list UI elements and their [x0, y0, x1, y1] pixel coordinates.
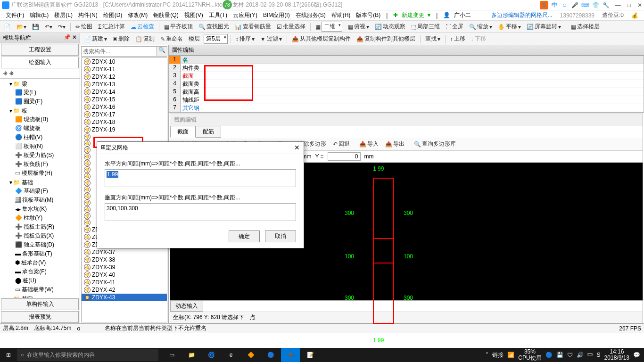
start-button[interactable]: ⊞	[0, 352, 17, 358]
menu-modify[interactable]: 修改(M)	[126, 10, 149, 20]
undo-polygon-button[interactable]: ↶ 回退	[331, 139, 352, 149]
list-item[interactable]: ZDYX-11	[82, 66, 167, 73]
keyboard-icon[interactable]: ⌨	[581, 1, 590, 9]
pan-button[interactable]: ✋ 平移 ▾	[496, 22, 523, 32]
h-spacing-input[interactable]: 1,99	[105, 169, 296, 187]
list-item[interactable]: ZDYX-43	[82, 294, 167, 301]
list-item[interactable]: ZDYX-16	[82, 103, 167, 111]
new-component-button[interactable]: 📄 新建 ▾	[82, 34, 109, 44]
action-center-icon[interactable]: 💬	[633, 352, 640, 358]
search-box[interactable]: 🔍	[81, 46, 167, 57]
search-go-button[interactable]: 🔍	[157, 47, 167, 56]
list-item[interactable]: ZDYX-38	[82, 256, 167, 263]
floor-combo[interactable]: 第5层	[204, 34, 228, 44]
import-button[interactable]: 📥 导入	[357, 139, 380, 149]
copy-to-floor-button[interactable]: 📤 复制构件到其他楼层	[355, 34, 417, 44]
skin-icon[interactable]: 👕	[592, 1, 600, 9]
dynamic-view-button[interactable]: 🔄 动态观察	[373, 22, 407, 32]
select-floor-button[interactable]: ▦ 选择楼层	[569, 22, 602, 32]
system-clock[interactable]: 14:162018/9/13	[604, 349, 629, 361]
close-button[interactable]: ✕	[637, 2, 642, 8]
undo-button[interactable]: ↶▾	[43, 23, 54, 31]
top-view-button[interactable]: ▦ 俯视 ▾	[346, 22, 371, 32]
menu-view[interactable]: 视图(V)	[182, 10, 205, 20]
redo-button[interactable]: ↷▾	[56, 23, 67, 31]
sort-button[interactable]: ↕ 排序 ▾	[234, 34, 256, 44]
list-item[interactable]: ZDYX-41	[82, 279, 167, 286]
menu-file[interactable]: 文件(F)	[4, 10, 26, 20]
ime-button[interactable]: 中	[587, 351, 593, 359]
mic-icon[interactable]: 🎤	[571, 1, 579, 9]
copy-from-floor-button[interactable]: 📥 从其他楼层复制构件	[290, 34, 353, 44]
list-item[interactable]: ZDYX-14	[82, 88, 167, 96]
menu-bim[interactable]: BIM应用(I)	[261, 10, 292, 20]
view-rebar-button[interactable]: 📊 查看钢筋量	[233, 22, 273, 32]
v-spacing-input[interactable]: 300,100,300	[105, 203, 296, 221]
menu-component[interactable]: 构件(N)	[76, 10, 99, 20]
y-input[interactable]	[328, 152, 361, 161]
single-input-button[interactable]: 单构件输入	[1, 298, 79, 310]
list-item[interactable]: ZDYX-17	[82, 111, 167, 118]
new-change-button[interactable]: ✚ 新建变更 ▾	[391, 10, 432, 20]
tray-chevron[interactable]: ˄	[486, 352, 488, 358]
list-item[interactable]: ZDYX-15	[82, 96, 167, 103]
query-polygon-button[interactable]: 🔍 查询多边形库	[412, 139, 458, 149]
menu-help[interactable]: 帮助(H)	[330, 10, 353, 20]
list-item[interactable]: ZDYX-18	[82, 118, 167, 126]
list-item[interactable]: ZDYX-19	[82, 126, 167, 133]
search-button[interactable]: 查找 ▾	[423, 34, 442, 44]
app-icon-1[interactable]: 📁	[182, 348, 201, 362]
menu-online[interactable]: 在线服务(S)	[294, 10, 328, 20]
project-settings-button[interactable]: 工程设置	[1, 44, 79, 56]
minimize-button[interactable]: —	[615, 2, 621, 8]
new-file-button[interactable]: 📄	[2, 23, 13, 31]
draw-input-tab[interactable]: 绘图输入	[1, 57, 79, 68]
delete-button[interactable]: ✖ 删除	[111, 34, 132, 44]
draw-button[interactable]: ✏ 绘图	[74, 22, 94, 32]
list-item[interactable]: ZDYX-13	[82, 81, 167, 88]
app-icon-6[interactable]: ➕	[281, 348, 300, 362]
batch-select-button[interactable]: ☑ 批量选择	[275, 22, 307, 32]
tray-link[interactable]: 链接	[492, 351, 504, 359]
save-button[interactable]: 💾	[30, 23, 41, 31]
list-item[interactable]: ZDYX-39	[82, 263, 167, 271]
menu-floor[interactable]: 楼层(L)	[52, 10, 74, 20]
menu-draw[interactable]: 绘图(D)	[101, 10, 124, 20]
sogou-tray-icon[interactable]: S	[597, 352, 601, 358]
view-mode-combo[interactable]: ▦ 二维	[314, 21, 344, 33]
export-button[interactable]: 📤 导出	[383, 139, 406, 149]
sogou-icon[interactable]: S	[540, 1, 548, 9]
move-down-button[interactable]: ↓ 下移	[469, 34, 488, 44]
copy-button[interactable]: 📋 复制	[133, 34, 157, 44]
app-icon-4[interactable]: 🔶	[241, 348, 260, 362]
search-input[interactable]	[82, 47, 157, 56]
taskview-button[interactable]: ▭	[162, 348, 181, 362]
move-up-button[interactable]: ↑ 上移	[448, 34, 467, 44]
emoji-icon[interactable]: ☺	[561, 1, 569, 9]
maximize-button[interactable]: □	[627, 2, 631, 8]
rename-button[interactable]: ✎ 重命名	[158, 34, 185, 44]
app-icon-5[interactable]: 🔵	[261, 348, 280, 362]
app-icon-7[interactable]: 📝	[301, 348, 320, 362]
list-item[interactable]: ZDYX-40	[82, 271, 167, 279]
list-item[interactable]: ZDYX-12	[82, 73, 167, 81]
fullscreen-button[interactable]: ⛶ 全屏	[444, 22, 465, 32]
zoom-button[interactable]: 🔍 缩放 ▾	[467, 22, 494, 32]
local-3d-button[interactable]: ⬚ 局部三维	[409, 22, 442, 32]
menu-tool[interactable]: 工具(T)	[207, 10, 229, 20]
find-element-button[interactable]: 🔍 查找图元	[197, 22, 231, 32]
cortana-search[interactable]: ○ 在这里输入你要搜索的内容	[17, 349, 158, 361]
list-item[interactable]: ZDYX-37	[82, 248, 167, 256]
app-icon-3[interactable]: e	[222, 348, 240, 362]
screen-rotate-button[interactable]: 🔄 屏幕旋转 ▾	[525, 22, 563, 32]
sum-button[interactable]: Σ 汇总计算	[96, 22, 127, 32]
toolbox-icon[interactable]: 🔧	[602, 1, 611, 9]
tab-section[interactable]: 截面	[170, 126, 196, 138]
filter-button[interactable]: ▼ 过滤 ▾	[258, 34, 284, 44]
user-avatar[interactable]: 👤 广小二	[441, 10, 474, 20]
component-tree[interactable]: ▾📁 梁 🟦 梁(L)🟦 圈梁(E) ▾📁 板 🟧 现浇板(B)🌀 螺旋板🔵 柱…	[0, 79, 80, 298]
cancel-button[interactable]: 取消	[265, 230, 296, 242]
list-item[interactable]: ZDYX-10	[82, 58, 167, 66]
ok-button[interactable]: 确定	[229, 230, 260, 242]
report-preview-button[interactable]: 报表预览	[1, 311, 79, 323]
